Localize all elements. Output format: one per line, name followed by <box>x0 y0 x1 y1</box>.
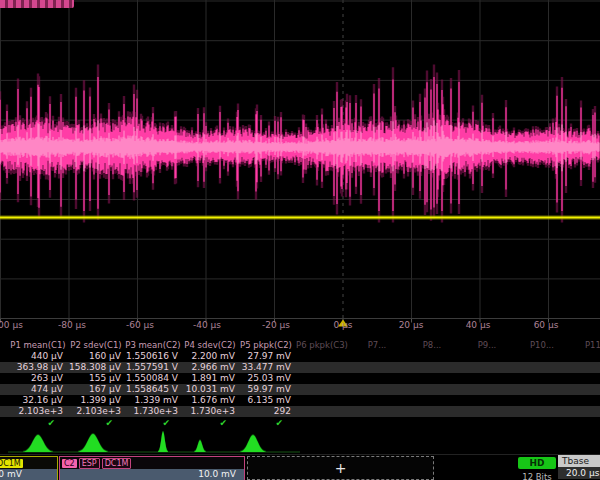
c2-coupling-chip: DC1M <box>102 458 132 469</box>
time-axis-label: -40 µs <box>193 320 221 330</box>
c2-scale-value: 10.0 mV <box>60 469 244 480</box>
measurement-table: P1 mean(C1)440 µV363.98 µV263 µV474 µV32… <box>0 340 600 430</box>
timebase-title: Tbase <box>558 455 600 467</box>
time-axis-label: 0 µs <box>333 320 352 330</box>
waveform-grid <box>0 0 600 340</box>
c1-coupling-chip: DC1M <box>0 459 23 468</box>
measurement-histicons[interactable] <box>0 431 600 454</box>
channel-descriptor-c2[interactable]: C2 ESP DC1M 10.0 mV <box>59 456 245 480</box>
histicon[interactable] <box>158 431 168 452</box>
descriptor-bar: DC1M 10.0 mV C2 ESP DC1M 10.0 mV + HD 12… <box>0 454 600 480</box>
time-axis-label: 60 µs <box>534 320 559 330</box>
channel-descriptor-c1[interactable]: DC1M 10.0 mV <box>0 456 58 480</box>
time-axis-label: -60 µs <box>126 320 154 330</box>
time-axis-label: 20 µs <box>399 320 424 330</box>
c2-channel-chip: C2 <box>62 459 77 468</box>
time-axis-label: 40 µs <box>466 320 491 330</box>
timebase-value: 20.0 µs <box>558 467 600 479</box>
time-axis-label: -100 µs <box>0 320 23 330</box>
time-axis-label: -20 µs <box>262 320 290 330</box>
hd-mode-badge[interactable]: HD <box>518 457 556 469</box>
c1-scale-value: 10.0 mV <box>0 469 57 480</box>
measurement-label: P11... <box>552 340 600 351</box>
oscilloscope-screen: -100 µs-80 µs-60 µs-40 µs-20 µs0 µs20 µs… <box>0 0 600 480</box>
hd-bits-label: 12 Bits <box>512 472 562 480</box>
time-axis-label: -80 µs <box>58 320 86 330</box>
time-axis: -100 µs-80 µs-60 µs-40 µs-20 µs0 µs20 µs… <box>0 320 600 334</box>
measurement-column-p11[interactable]: P11... <box>552 340 600 430</box>
add-trace-button[interactable]: + <box>247 456 434 480</box>
c2-esp-badge: ESP <box>79 458 100 469</box>
cropped-pink-label <box>0 0 74 8</box>
timebase-descriptor[interactable]: Tbase 20.0 µs <box>558 455 600 480</box>
